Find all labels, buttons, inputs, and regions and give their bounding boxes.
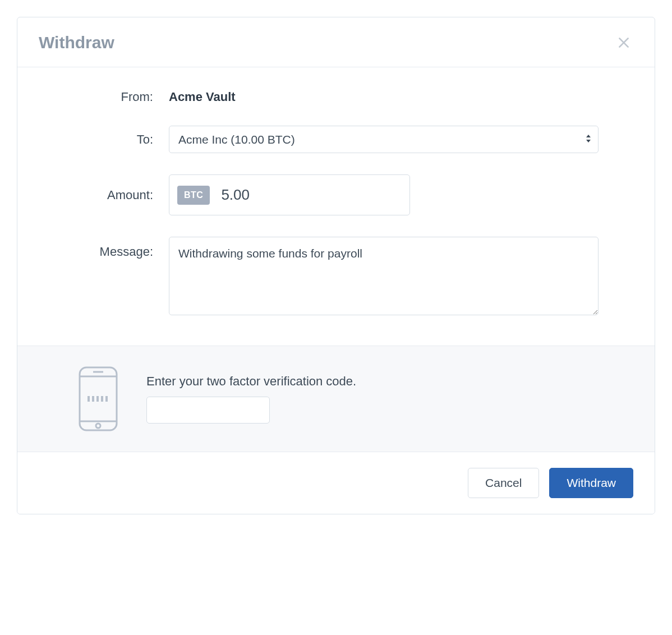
currency-badge-wrap: BTC [169, 175, 218, 215]
close-button[interactable] [614, 33, 633, 52]
to-label: To: [73, 132, 169, 147]
close-icon [616, 35, 631, 50]
svg-point-8 [96, 424, 100, 428]
two-factor-input[interactable] [146, 397, 270, 424]
amount-row: Amount: BTC [73, 174, 599, 215]
cancel-button[interactable]: Cancel [468, 468, 539, 498]
from-value: Acme Vault [169, 90, 236, 104]
currency-badge: BTC [177, 186, 210, 205]
dialog-header: Withdraw [17, 17, 655, 67]
dialog-title: Withdraw [39, 33, 114, 52]
dialog-body: From: Acme Vault To: Acme Inc (10.00 BTC… [17, 67, 655, 346]
to-select[interactable]: Acme Inc (10.00 BTC) [169, 126, 599, 153]
amount-input-group: BTC [169, 174, 410, 215]
from-label: From: [73, 90, 169, 104]
two-factor-prompt: Enter your two factor verification code. [146, 374, 599, 389]
message-row: Message: [73, 237, 599, 318]
two-factor-section: Enter your two factor verification code. [17, 346, 655, 452]
from-row: From: Acme Vault [73, 90, 599, 104]
amount-label: Amount: [73, 188, 169, 203]
amount-input[interactable] [218, 175, 410, 215]
dialog-footer: Cancel Withdraw [17, 452, 655, 514]
message-textarea[interactable] [169, 237, 599, 315]
phone-icon [73, 365, 123, 432]
withdraw-dialog: Withdraw From: Acme Vault To: Acme Inc (… [17, 17, 655, 514]
message-label: Message: [73, 237, 169, 259]
withdraw-button[interactable]: Withdraw [549, 468, 633, 498]
to-row: To: Acme Inc (10.00 BTC) [73, 126, 599, 153]
